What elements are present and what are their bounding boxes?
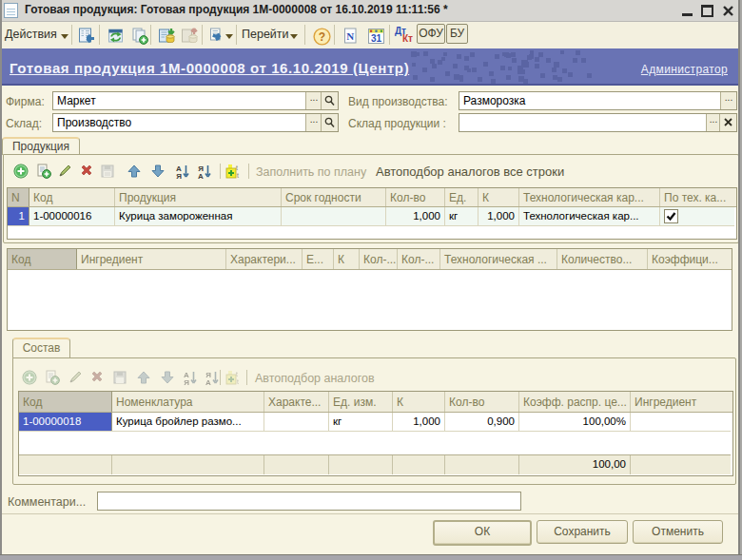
svg-text:?: ? <box>319 30 325 44</box>
svg-text:А: А <box>205 378 211 386</box>
svg-text:t: t <box>236 164 238 171</box>
svg-text:31: 31 <box>371 33 382 44</box>
svg-text:t: t <box>236 371 238 377</box>
svg-text:Я: Я <box>184 378 189 386</box>
svg-text:t: t <box>237 378 239 385</box>
svg-text:t: t <box>237 172 239 179</box>
svg-text:Я: Я <box>176 172 182 180</box>
svg-text:N: N <box>346 30 354 42</box>
svg-text:А: А <box>198 172 204 180</box>
